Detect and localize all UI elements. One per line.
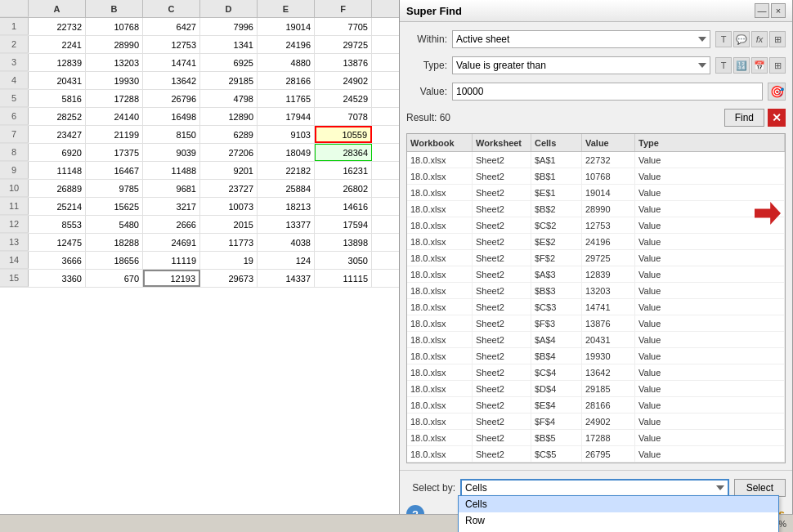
data-cell[interactable]: 29185 — [200, 72, 258, 89]
data-cell[interactable]: 9201 — [200, 162, 258, 179]
list-item[interactable]: 18.0.xlsxSheet2$C$413642Value — [407, 364, 785, 381]
data-cell[interactable]: 20431 — [29, 72, 86, 89]
data-cell[interactable]: 11765 — [258, 90, 315, 107]
data-cell[interactable]: 26802 — [315, 180, 372, 197]
list-item[interactable]: 18.0.xlsxSheet2$D$429185Value — [407, 381, 785, 397]
data-cell[interactable]: 28990 — [86, 36, 143, 53]
data-cell[interactable]: 18049 — [258, 144, 315, 161]
data-cell[interactable]: 4798 — [200, 90, 258, 107]
within-select[interactable]: Active sheet — [452, 30, 710, 48]
list-item[interactable]: 18.0.xlsxSheet2$F$229725Value — [407, 250, 785, 266]
data-cell[interactable]: 3360 — [29, 270, 86, 287]
data-cell[interactable]: 5816 — [29, 90, 86, 107]
find-button[interactable]: Find — [724, 109, 764, 127]
type-date-icon[interactable]: 📅 — [751, 57, 768, 74]
data-cell[interactable]: 11773 — [200, 234, 258, 251]
minimize-button[interactable]: — — [755, 3, 769, 18]
close-button[interactable]: × — [771, 3, 786, 18]
data-cell[interactable]: 26796 — [143, 90, 200, 107]
list-item[interactable]: 18.0.xlsxSheet2$A$122732Value — [407, 152, 785, 168]
data-cell[interactable]: 24140 — [86, 108, 143, 125]
list-item[interactable]: 18.0.xlsxSheet2$C$314741Value — [407, 299, 785, 315]
select-button[interactable]: Select — [734, 479, 786, 497]
data-cell[interactable]: 28252 — [29, 108, 86, 125]
list-item[interactable]: 18.0.xlsxSheet2$E$224196Value — [407, 234, 785, 250]
data-cell[interactable]: 19930 — [86, 72, 143, 89]
data-cell[interactable]: 17288 — [86, 90, 143, 107]
data-cell[interactable]: 29725 — [315, 36, 372, 53]
list-item[interactable]: 18.0.xlsxSheet2$B$228990Value — [407, 201, 785, 217]
select-by-dropdown[interactable]: Cells Row Column — [458, 495, 779, 532]
list-item[interactable]: 18.0.xlsxSheet2$E$428166Value — [407, 397, 785, 414]
data-cell[interactable]: 28166 — [258, 72, 315, 89]
data-cell[interactable]: 13203 — [86, 54, 143, 71]
data-cell[interactable]: 2241 — [29, 36, 86, 53]
data-cell[interactable]: 16467 — [86, 162, 143, 179]
results-body[interactable]: 18.0.xlsxSheet2$A$122732Value18.0.xlsxSh… — [407, 152, 785, 463]
type-select[interactable]: Value is greater than — [452, 56, 710, 74]
data-cell[interactable]: 11119 — [143, 252, 200, 269]
data-cell[interactable]: 9785 — [86, 180, 143, 197]
data-cell[interactable]: 17594 — [315, 216, 372, 233]
data-cell[interactable]: 4038 — [258, 234, 315, 251]
data-cell[interactable]: 19 — [200, 252, 258, 269]
data-cell[interactable]: 9103 — [258, 126, 315, 143]
data-cell[interactable]: 25214 — [29, 198, 86, 215]
data-cell[interactable]: 124 — [258, 252, 315, 269]
data-cell[interactable]: 23427 — [29, 126, 86, 143]
data-cell[interactable]: 9039 — [143, 144, 200, 161]
data-cell[interactable]: 27206 — [200, 144, 258, 161]
data-cell[interactable]: 13876 — [315, 54, 372, 71]
list-item[interactable]: 18.0.xlsxSheet2$A$312839Value — [407, 266, 785, 283]
data-cell[interactable]: 24902 — [315, 72, 372, 89]
data-cell[interactable]: 23727 — [200, 180, 258, 197]
data-cell[interactable]: 13898 — [315, 234, 372, 251]
data-cell[interactable]: 16231 — [315, 162, 372, 179]
dropdown-item-cells[interactable]: Cells — [459, 496, 778, 512]
comment-icon[interactable]: 💬 — [733, 31, 750, 47]
data-cell[interactable]: 12193 — [143, 270, 200, 287]
data-cell[interactable]: 17944 — [258, 108, 315, 125]
data-cell[interactable]: 3666 — [29, 252, 86, 269]
data-cell[interactable]: 24691 — [143, 234, 200, 251]
data-cell[interactable]: 10559 — [315, 126, 372, 143]
data-cell[interactable]: 22732 — [29, 18, 86, 35]
data-cell[interactable]: 19014 — [258, 18, 315, 35]
dropdown-item-column[interactable]: Column — [459, 529, 778, 532]
data-cell[interactable]: 10073 — [200, 198, 258, 215]
close-x-button[interactable]: ✕ — [768, 109, 786, 127]
data-cell[interactable]: 6925 — [200, 54, 258, 71]
data-cell[interactable]: 10768 — [86, 18, 143, 35]
data-cell[interactable]: 24196 — [258, 36, 315, 53]
data-cell[interactable]: 12839 — [29, 54, 86, 71]
fx-icon[interactable]: fx — [751, 31, 768, 47]
data-cell[interactable]: 15625 — [86, 198, 143, 215]
list-item[interactable]: 18.0.xlsxSheet2$C$212753Value — [407, 217, 785, 234]
data-cell[interactable]: 18213 — [258, 198, 315, 215]
data-cell[interactable]: 29673 — [200, 270, 258, 287]
value-input[interactable] — [452, 83, 763, 101]
data-cell[interactable]: 26889 — [29, 180, 86, 197]
list-item[interactable]: 18.0.xlsxSheet2$A$420431Value — [407, 332, 785, 348]
data-cell[interactable]: 2015 — [200, 216, 258, 233]
data-cell[interactable]: 9681 — [143, 180, 200, 197]
data-cell[interactable]: 12753 — [143, 36, 200, 53]
pick-button[interactable]: 🎯 — [768, 83, 786, 101]
data-cell[interactable]: 4880 — [258, 54, 315, 71]
data-cell[interactable]: 12475 — [29, 234, 86, 251]
type-text-icon[interactable]: T — [715, 57, 732, 74]
data-cell[interactable]: 18288 — [86, 234, 143, 251]
select-by-select[interactable]: Cells Row Column — [460, 479, 729, 497]
dropdown-item-row[interactable]: Row — [459, 512, 778, 529]
type-num-icon[interactable]: 🔢 — [733, 57, 750, 74]
list-item[interactable]: 18.0.xlsxSheet2$B$110768Value — [407, 168, 785, 185]
type-grid-icon[interactable]: ⊞ — [769, 57, 786, 74]
data-cell[interactable]: 5480 — [86, 216, 143, 233]
data-cell[interactable]: 25884 — [258, 180, 315, 197]
data-cell[interactable]: 8553 — [29, 216, 86, 233]
data-cell[interactable]: 22182 — [258, 162, 315, 179]
data-cell[interactable]: 6920 — [29, 144, 86, 161]
list-item[interactable]: 18.0.xlsxSheet2$B$313203Value — [407, 283, 785, 299]
data-cell[interactable]: 11148 — [29, 162, 86, 179]
data-cell[interactable]: 14741 — [143, 54, 200, 71]
